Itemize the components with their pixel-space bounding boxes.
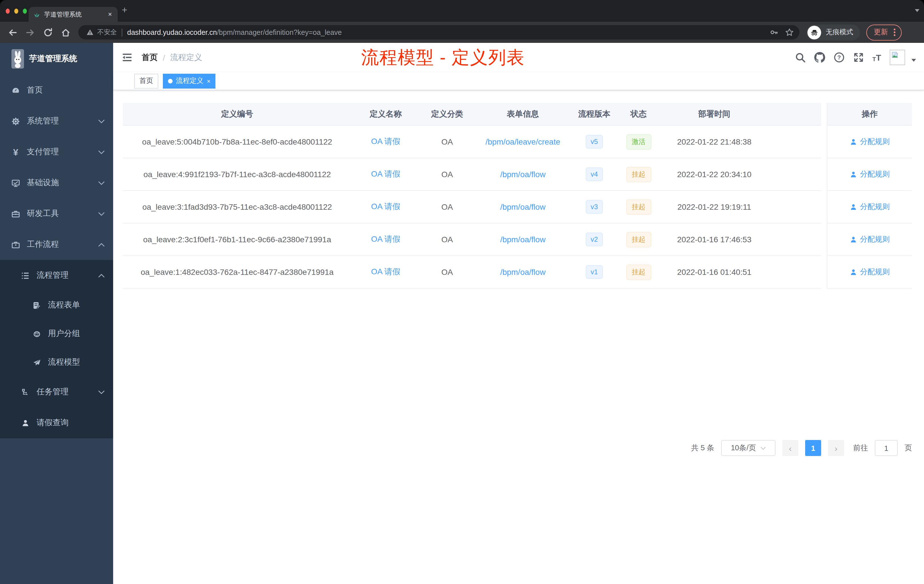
- sidebar-item-system[interactable]: 系统管理: [0, 106, 113, 137]
- version-tag: v5: [586, 135, 603, 148]
- app-logo[interactable]: 芋道管理系统: [0, 43, 113, 75]
- assign-rule-button[interactable]: 分配规则: [850, 202, 890, 212]
- prev-page-button[interactable]: ‹: [782, 440, 798, 456]
- fullscreen-icon[interactable]: [853, 52, 864, 63]
- cell-category: OA: [420, 202, 474, 211]
- table-row: oa_leave:5:004b710b-7b8a-11ec-8ef0-acde4…: [123, 126, 912, 158]
- tab-close-icon[interactable]: ×: [107, 10, 113, 18]
- sidebar-item-devtools[interactable]: 研发工具: [0, 198, 113, 229]
- definition-name-link[interactable]: OA 请假: [371, 137, 401, 146]
- sidebar-item-leave-query[interactable]: 请假查询: [0, 407, 113, 438]
- window-zoom-button[interactable]: [23, 8, 27, 14]
- home-icon[interactable]: [61, 27, 71, 38]
- cell-deploy-time: 2022-01-22 19:19:11: [660, 202, 769, 211]
- form-link[interactable]: /bpm/oa/flow: [500, 235, 546, 244]
- version-tag: v4: [586, 167, 603, 181]
- sidebar-item-payment[interactable]: ¥ 支付管理: [0, 137, 113, 167]
- sidebar-item-workflow[interactable]: 工作流程: [0, 229, 113, 260]
- definition-name-link[interactable]: OA 请假: [371, 202, 401, 211]
- font-size-icon[interactable]: TT: [872, 53, 881, 62]
- back-icon[interactable]: [7, 27, 18, 38]
- sidebar-toggle-icon[interactable]: [122, 52, 132, 63]
- sidebar-item-process-management[interactable]: 流程管理: [0, 260, 113, 291]
- col-header-form: 表单信息: [474, 109, 571, 119]
- chevron-down-icon: [761, 445, 766, 450]
- sidebar-item-label: 系统管理: [27, 116, 59, 126]
- form-link[interactable]: /bpm/oa/flow: [500, 170, 546, 179]
- avatar-dropdown-caret-icon[interactable]: [911, 59, 916, 62]
- sidebar-item-process-model[interactable]: 流程模型: [0, 348, 113, 376]
- search-icon[interactable]: [795, 52, 805, 63]
- current-page[interactable]: 1: [805, 440, 821, 456]
- chevron-down-icon: [98, 389, 105, 395]
- user-icon: [850, 236, 857, 243]
- sidebar-item-label: 支付管理: [27, 147, 59, 157]
- status-badge: 挂起: [626, 199, 651, 214]
- avatar[interactable]: [890, 50, 905, 65]
- app-title: 芋道管理系统: [29, 54, 77, 64]
- browser-menu-icon[interactable]: [893, 27, 897, 37]
- window-minimize-button[interactable]: [14, 8, 18, 14]
- user-icon: [850, 138, 857, 145]
- col-header-name: 定义名称: [351, 109, 420, 119]
- breadcrumb-home[interactable]: 首页: [142, 52, 158, 63]
- sidebar-item-user-group[interactable]: 用户分组: [0, 319, 113, 348]
- browser-tab[interactable]: 芋道管理系统 ×: [28, 7, 118, 22]
- help-icon[interactable]: ?: [833, 52, 844, 63]
- next-page-button[interactable]: ›: [828, 440, 844, 456]
- window-close-button[interactable]: [6, 8, 10, 14]
- logo-avatar: [12, 49, 24, 69]
- assign-rule-button[interactable]: 分配规则: [850, 234, 890, 244]
- tab-search-caret-icon[interactable]: [915, 9, 919, 12]
- assign-rule-button[interactable]: 分配规则: [850, 267, 890, 277]
- toolbox-icon: [12, 210, 20, 218]
- tag-process-definition[interactable]: 流程定义 ×: [163, 73, 216, 88]
- sidebar-item-label: 工作流程: [27, 239, 59, 250]
- github-icon[interactable]: [814, 52, 825, 63]
- assign-rule-button[interactable]: 分配规则: [850, 137, 890, 147]
- status-badge: 挂起: [626, 264, 651, 280]
- new-tab-button[interactable]: +: [122, 5, 127, 16]
- sidebar-item-process-form[interactable]: 流程表单: [0, 291, 113, 319]
- tag-close-icon[interactable]: ×: [207, 78, 211, 84]
- user-icon: [850, 203, 857, 211]
- sidebar-item-label: 任务管理: [36, 387, 69, 397]
- col-header-id: 定义编号: [123, 109, 351, 119]
- sidebar-item-label: 研发工具: [27, 209, 59, 219]
- page-size-select[interactable]: 10条/页: [721, 440, 776, 456]
- goto-page-input[interactable]: [875, 440, 898, 456]
- security-label[interactable]: 不安全: [97, 28, 117, 36]
- password-key-icon[interactable]: [770, 28, 778, 36]
- definition-name-link[interactable]: OA 请假: [371, 169, 401, 178]
- col-header-deploy-time: 部署时间: [660, 109, 769, 119]
- tag-label: 首页: [139, 76, 153, 86]
- definition-name-link[interactable]: OA 请假: [371, 234, 401, 243]
- svg-text:?: ?: [837, 54, 841, 61]
- form-link[interactable]: /bpm/oa/leave/create: [485, 137, 560, 146]
- url-text[interactable]: dashboard.yudao.iocoder.cn/bpm/manager/d…: [127, 28, 770, 36]
- col-header-status: 状态: [617, 109, 660, 119]
- page-size-value: 10条/页: [731, 443, 756, 453]
- sidebar-item-home[interactable]: 首页: [0, 75, 113, 106]
- reload-icon[interactable]: [43, 27, 53, 38]
- page-unit-label: 页: [904, 443, 912, 453]
- browser-toolbar: 不安全 dashboard.yudao.iocoder.cn/bpm/manag…: [0, 22, 924, 43]
- chevron-down-icon: [98, 149, 105, 155]
- pagination: 共 5 条 10条/页 ‹ 1 › 前往 页: [123, 440, 912, 456]
- bookmark-star-icon[interactable]: [785, 28, 794, 36]
- forward-icon[interactable]: [25, 27, 35, 38]
- cell-definition-id: oa_leave:2:3c1f0ef1-76b1-11ec-9c66-a2380…: [123, 235, 351, 244]
- dashboard-icon: [12, 86, 20, 94]
- definition-name-link[interactable]: OA 请假: [371, 267, 401, 276]
- status-badge: 挂起: [626, 167, 651, 182]
- form-link[interactable]: /bpm/oa/flow: [500, 202, 546, 211]
- page-annotation: 流程模型 - 定义列表: [361, 45, 525, 69]
- url-bar[interactable]: 不安全 dashboard.yudao.iocoder.cn/bpm/manag…: [78, 25, 799, 40]
- assign-rule-button[interactable]: 分配规则: [850, 169, 890, 180]
- sidebar-item-label: 流程表单: [48, 300, 80, 310]
- tag-home[interactable]: 首页: [134, 73, 158, 88]
- sidebar-item-infrastructure[interactable]: 基础设施: [0, 167, 113, 198]
- form-link[interactable]: /bpm/oa/flow: [500, 267, 546, 277]
- sidebar-item-task-management[interactable]: 任务管理: [0, 376, 113, 407]
- browser-update-button[interactable]: 更新: [866, 24, 902, 40]
